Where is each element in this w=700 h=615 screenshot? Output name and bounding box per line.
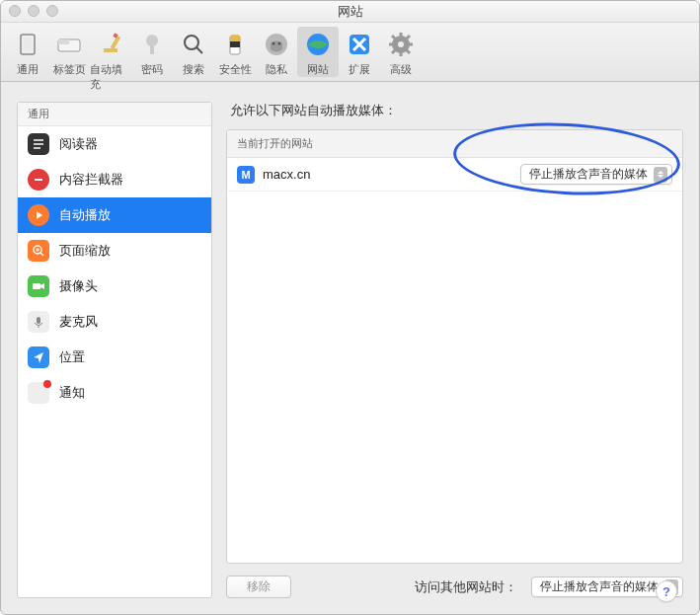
svg-line-28 [392, 50, 395, 53]
tab-extensions-label: 扩展 [349, 62, 370, 77]
svg-rect-40 [37, 317, 40, 324]
sidebar-item-label: 摄像头 [59, 277, 98, 295]
site-domain: macx.cn [263, 167, 520, 182]
general-icon [12, 29, 43, 60]
table-row[interactable]: M macx.cn 停止播放含声音的媒体 [227, 158, 682, 192]
zoom-icon[interactable] [46, 5, 58, 17]
svg-point-16 [278, 42, 281, 45]
tab-websites-label: 网站 [307, 62, 329, 77]
tab-general-label: 通用 [17, 62, 39, 77]
website-list: 当前打开的网站 M macx.cn 停止播放含声音的媒体 [226, 129, 683, 564]
svg-rect-8 [150, 44, 154, 54]
svg-rect-12 [230, 36, 240, 41]
main-panel: 允许以下网站自动播放媒体： 当前打开的网站 M macx.cn 停止播放含声音的… [226, 102, 683, 598]
tab-security-label: 安全性 [219, 62, 252, 77]
sidebar-item-content-blockers[interactable]: 内容拦截器 [18, 162, 211, 197]
extensions-icon [344, 29, 375, 60]
tab-privacy[interactable]: 隐私 [256, 27, 297, 77]
notification-icon [28, 382, 49, 404]
chevron-up-down-icon [654, 167, 667, 183]
globe-icon [302, 29, 334, 60]
svg-marker-39 [40, 283, 44, 289]
tab-tabs[interactable]: 标签页 [48, 27, 90, 77]
help-label: ? [662, 584, 670, 599]
svg-line-10 [196, 47, 202, 53]
zoom-icon [28, 240, 49, 262]
sidebar-item-label: 阅读器 [59, 135, 98, 153]
sidebar-item-notifications[interactable]: 通知 [18, 375, 211, 411]
svg-line-25 [392, 36, 395, 38]
site-favicon-icon: M [237, 166, 255, 184]
autofill-icon [95, 29, 126, 60]
camera-icon [28, 275, 49, 297]
sidebar: 通用 阅读器 内容拦截器 自动播放 [17, 102, 212, 598]
autoplay-option-value: 停止播放含声音的媒体 [529, 166, 648, 183]
sidebar-item-label: 麦克风 [59, 313, 98, 331]
svg-rect-3 [58, 39, 69, 44]
reader-icon [28, 133, 49, 155]
sidebar-item-label: 位置 [59, 348, 85, 366]
tabs-icon [53, 29, 85, 60]
tab-extensions[interactable]: 扩展 [339, 27, 380, 77]
privacy-icon [261, 29, 292, 60]
svg-point-9 [185, 36, 198, 49]
svg-marker-42 [34, 352, 43, 363]
sidebar-item-location[interactable]: 位置 [18, 340, 211, 375]
security-icon [219, 29, 251, 60]
svg-rect-38 [33, 283, 40, 289]
tab-advanced[interactable]: 高级 [380, 27, 422, 77]
tab-passwords-label: 密码 [141, 62, 163, 77]
minimize-icon[interactable] [28, 5, 39, 17]
svg-point-15 [272, 42, 275, 45]
sidebar-item-microphone[interactable]: 麦克风 [18, 304, 211, 340]
tab-search-label: 搜索 [183, 62, 204, 77]
svg-rect-32 [35, 179, 42, 181]
key-icon [136, 29, 168, 60]
tab-general[interactable]: 通用 [7, 27, 48, 77]
sidebar-item-label: 自动播放 [59, 206, 111, 224]
gear-icon [385, 29, 417, 60]
search-icon [178, 29, 209, 60]
svg-line-26 [407, 50, 410, 53]
tab-advanced-label: 高级 [390, 62, 412, 77]
sidebar-item-reader[interactable]: 阅读器 [18, 126, 211, 162]
svg-rect-1 [24, 38, 32, 49]
sidebar-header: 通用 [18, 103, 211, 126]
tab-security[interactable]: 安全性 [214, 27, 256, 77]
svg-line-27 [407, 36, 410, 38]
sidebar-item-label: 通知 [59, 384, 85, 402]
titlebar: 网站 [1, 1, 699, 23]
autoplay-option-select[interactable]: 停止播放含声音的媒体 [520, 164, 672, 185]
tab-websites[interactable]: 网站 [297, 27, 339, 77]
toolbar: 通用 标签页 自动填充 密码 搜索 [1, 23, 699, 82]
sidebar-item-label: 页面缩放 [59, 242, 111, 260]
microphone-icon [28, 311, 49, 333]
tab-privacy-label: 隐私 [266, 62, 287, 77]
location-icon [28, 346, 49, 368]
tab-passwords[interactable]: 密码 [131, 27, 173, 77]
tab-tabs-label: 标签页 [53, 62, 86, 77]
bottom-bar: 移除 访问其他网站时： 停止播放含声音的媒体 [226, 576, 683, 598]
svg-point-20 [398, 41, 404, 47]
help-button[interactable]: ? [656, 580, 677, 602]
website-list-header: 当前打开的网站 [227, 130, 682, 158]
sidebar-item-label: 内容拦截器 [59, 171, 123, 189]
window-title: 网站 [338, 3, 363, 21]
svg-line-35 [40, 253, 43, 256]
svg-rect-13 [230, 41, 240, 47]
close-icon[interactable] [9, 5, 21, 17]
default-option-value: 停止播放含声音的媒体 [540, 578, 659, 595]
preferences-window: 网站 通用 标签页 自动填充 密码 [0, 0, 700, 615]
tab-search[interactable]: 搜索 [173, 27, 214, 77]
sidebar-item-autoplay[interactable]: 自动播放 [18, 197, 211, 233]
stop-icon [28, 169, 49, 191]
sidebar-item-camera[interactable]: 摄像头 [18, 269, 211, 304]
sidebar-item-page-zoom[interactable]: 页面缩放 [18, 233, 211, 269]
content-area: 通用 阅读器 内容拦截器 自动播放 [1, 82, 699, 614]
main-heading: 允许以下网站自动播放媒体： [230, 102, 683, 119]
traffic-lights [9, 5, 58, 17]
other-websites-label: 访问其他网站时： [415, 578, 517, 596]
remove-button[interactable]: 移除 [226, 576, 291, 598]
svg-marker-33 [37, 211, 42, 219]
play-icon [28, 204, 49, 226]
